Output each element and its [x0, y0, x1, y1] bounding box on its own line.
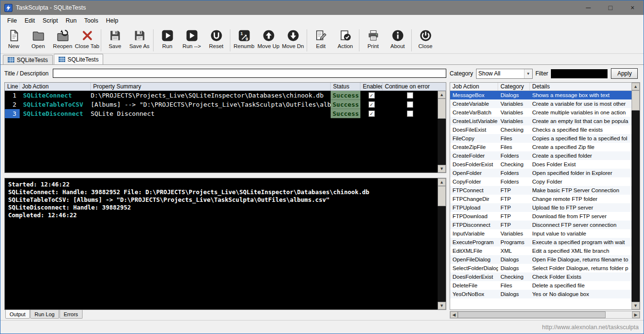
- category-select[interactable]: Show All ▼: [476, 69, 533, 79]
- tab-sqlitetests-2[interactable]: SQLiteTests: [54, 54, 104, 64]
- move-up-button[interactable]: Move Up: [256, 27, 281, 53]
- library-row[interactable]: CreateZipFileFilesCreate a specified Zip…: [450, 143, 632, 151]
- library-row[interactable]: DoesFolderExistCheckingCheck Folder Exis…: [450, 272, 632, 281]
- continue-on-error-checkbox[interactable]: [407, 92, 413, 99]
- column-header-property-summary[interactable]: Property Summary: [91, 83, 331, 90]
- library-row[interactable]: DoesFolderExistCheckingDoes Folder Exist: [450, 160, 632, 169]
- column-header-job-action[interactable]: Job Action: [450, 83, 498, 90]
- run-button[interactable]: Run: [155, 27, 179, 53]
- scroll-track[interactable]: [438, 119, 446, 165]
- library-row[interactable]: DoesFileExistCheckingChecks a specified …: [450, 125, 632, 134]
- save-button[interactable]: Save: [103, 27, 127, 53]
- library-row[interactable]: YesOrNoBoxDialogsYes or No dialogue box: [450, 290, 632, 298]
- tab-run-log[interactable]: Run Log: [30, 310, 59, 319]
- scroll-right-icon[interactable]: ▶: [632, 311, 640, 318]
- column-header-category[interactable]: Category: [498, 83, 530, 90]
- scroll-thumb[interactable]: [632, 90, 640, 111]
- job-grid-scrollbar[interactable]: ▲ ▼: [438, 91, 446, 173]
- menu-edit[interactable]: Edit: [21, 16, 39, 25]
- library-row[interactable]: OpenFileDialogDialogsOpen File Dialogue,…: [450, 255, 632, 264]
- scroll-left-icon[interactable]: ◀: [450, 311, 458, 318]
- scroll-down-icon[interactable]: ▼: [438, 302, 446, 309]
- library-row[interactable]: CreateFolderFoldersCreate a specified fo…: [450, 151, 632, 160]
- column-header-details[interactable]: Details: [530, 83, 632, 90]
- scroll-thumb[interactable]: [438, 186, 446, 206]
- close-tab-button[interactable]: Close Tab: [75, 27, 99, 53]
- tab-sqlitetests-1[interactable]: SQLiteTests: [3, 55, 53, 64]
- reset-button[interactable]: Reset: [204, 27, 228, 53]
- run-to-button[interactable]: Run -->: [179, 27, 204, 53]
- scroll-up-icon[interactable]: ▲: [438, 178, 446, 186]
- column-header-enabled[interactable]: Enabled: [360, 83, 382, 90]
- scroll-track[interactable]: [632, 111, 640, 302]
- close-button[interactable]: Close: [413, 27, 438, 53]
- column-header-continue-on-error[interactable]: Continue on error: [382, 83, 446, 90]
- tab-errors[interactable]: Errors: [60, 310, 83, 319]
- print-button[interactable]: Print: [361, 27, 385, 53]
- chevron-down-icon[interactable]: ▼: [524, 69, 532, 78]
- continue-on-error-checkbox[interactable]: [407, 101, 413, 108]
- open-button[interactable]: Open: [26, 27, 50, 53]
- console-scrollbar[interactable]: ▲ ▼: [438, 178, 446, 309]
- library-horizontal-scrollbar[interactable]: ◀ ▶: [450, 311, 640, 319]
- continue-on-error-checkbox[interactable]: [407, 111, 413, 117]
- reopen-button[interactable]: Reopen: [50, 27, 75, 53]
- library-row[interactable]: CreateVarBatchVariablesCreate multiple v…: [450, 108, 632, 117]
- scroll-thumb[interactable]: [438, 99, 446, 119]
- library-row[interactable]: MessageBoxDialogsShows a message box wit…: [450, 91, 632, 99]
- renumber-button[interactable]: 19Renumb: [232, 27, 256, 53]
- job-row[interactable]: 3SQLiteDisconnectSQLite DisconnectSucces…: [5, 109, 438, 118]
- library-row[interactable]: EditXMLFileXMLEdit a specified XML file …: [450, 247, 632, 255]
- action-button[interactable]: Action: [333, 27, 358, 53]
- minimize-button[interactable]: ─: [577, 0, 599, 15]
- move-down-button[interactable]: Move Dn: [281, 27, 305, 53]
- title-description-input[interactable]: [53, 69, 446, 78]
- scroll-track[interactable]: [438, 206, 446, 302]
- menu-tools[interactable]: Tools: [81, 16, 102, 25]
- enabled-checkbox[interactable]: ✓: [369, 111, 375, 117]
- filter-input[interactable]: [551, 69, 608, 78]
- library-row[interactable]: CreateVariableVariablesCreate a variable…: [450, 99, 632, 108]
- library-row[interactable]: CopyFolderFoldersCopy Folder: [450, 177, 632, 186]
- edit-button[interactable]: Edit: [309, 27, 333, 53]
- library-row[interactable]: SelectFolderDialogDialogsSelect Folder D…: [450, 264, 632, 272]
- scroll-down-icon[interactable]: ▼: [632, 302, 640, 309]
- scroll-down-icon[interactable]: ▼: [438, 165, 446, 173]
- menu-script[interactable]: Script: [39, 16, 62, 25]
- enabled-checkbox[interactable]: ✓: [369, 92, 375, 99]
- library-row[interactable]: InputVariableVariablesInput value to var…: [450, 229, 632, 238]
- library-category-cell: Dialogs: [498, 291, 530, 297]
- scroll-track[interactable]: [606, 311, 632, 318]
- enabled-checkbox[interactable]: ✓: [369, 101, 375, 108]
- apply-button[interactable]: Apply: [611, 68, 638, 79]
- about-button[interactable]: About: [385, 27, 410, 53]
- tab-output[interactable]: Output: [5, 310, 30, 319]
- scroll-up-icon[interactable]: ▲: [632, 83, 640, 90]
- library-row[interactable]: ExecuteProgramProgramsExecute a specifie…: [450, 238, 632, 247]
- library-row[interactable]: FTPChangeDirFTPChange remote FTP folder: [450, 195, 632, 203]
- library-row[interactable]: DeleteFileFilesDelete a specified file: [450, 281, 632, 290]
- library-row[interactable]: FTPDisconnectFTPDisconnect FTP server co…: [450, 221, 632, 229]
- library-scrollbar[interactable]: ▲ ▼: [632, 83, 640, 309]
- close-window-button[interactable]: ×: [621, 0, 644, 15]
- maximize-button[interactable]: □: [599, 0, 621, 15]
- column-header-status[interactable]: Status: [331, 83, 360, 90]
- library-row[interactable]: FileCopyFilesCopies a specified file to …: [450, 134, 632, 143]
- job-row[interactable]: 1SQLiteConnectD:\PROJECTS\Projects_Live\…: [5, 91, 438, 100]
- menu-help[interactable]: Help: [102, 16, 122, 25]
- column-header-job-action[interactable]: Job Action: [20, 83, 91, 90]
- scroll-up-icon[interactable]: ▲: [438, 91, 446, 99]
- menu-run[interactable]: Run: [62, 16, 81, 25]
- scroll-thumb[interactable]: [458, 311, 606, 318]
- menu-file[interactable]: File: [3, 16, 21, 25]
- library-row[interactable]: OpenFolderFoldersOpen specified folder i…: [450, 169, 632, 177]
- library-action-cell: DoesFileExist: [450, 127, 498, 133]
- library-row[interactable]: FTPConnectFTPMake basic FTP Server Conne…: [450, 186, 632, 195]
- save-as-button[interactable]: Save As: [127, 27, 152, 53]
- library-row[interactable]: CreateListVariableVariablesCreate an emp…: [450, 117, 632, 125]
- column-header-line[interactable]: Line: [5, 83, 20, 90]
- job-row[interactable]: 2SQLiteTableToCSV[Albums] --> "D:\PROJEC…: [5, 100, 438, 109]
- library-row[interactable]: FTPUploadFTPUpload file to FTP server: [450, 203, 632, 212]
- library-row[interactable]: FTPDownloadFTPDownload file from FTP ser…: [450, 212, 632, 221]
- new-button[interactable]: New: [1, 27, 26, 53]
